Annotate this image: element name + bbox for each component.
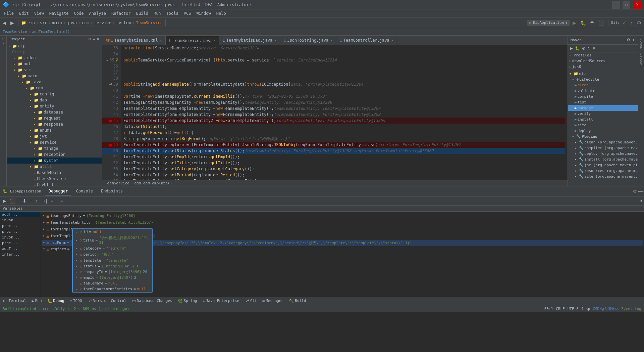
maven-side-tab[interactable]: Maven xyxy=(639,37,643,51)
spring-tool-item[interactable]: 🌿 Spring xyxy=(176,299,199,303)
maven-phase-site[interactable]: ▶ site xyxy=(568,122,638,128)
toolbar-forward-button[interactable]: ▶ xyxy=(9,18,15,27)
popup-id[interactable]: ▸ ○ id = null xyxy=(73,229,152,235)
frame-item-0[interactable]: addT... xyxy=(0,212,40,217)
maven-plugin-deploy[interactable]: ▸ 🔧 deploy (org.apache.mave... xyxy=(568,151,638,157)
popup-form-dept[interactable]: ▸ ○ formDepartmentEntities = null xyxy=(73,286,152,292)
maven-plugin-site[interactable]: ▸ 🔧 site (org.apache.maven... xyxy=(568,174,638,179)
var-expand-1[interactable]: ▸ xyxy=(43,220,45,224)
debug-button[interactable]: 🐛 xyxy=(579,18,587,27)
maven-plugin-compiler[interactable]: ▸ 🔧 compiler (org.apache.mav... xyxy=(568,145,638,151)
tab-close-controller[interactable]: ✕ xyxy=(391,39,393,42)
debug-tool-item[interactable]: 🐛 Debug xyxy=(46,299,66,303)
menu-build[interactable]: Build xyxy=(133,10,151,16)
menu-window[interactable]: Window xyxy=(194,10,213,16)
popup-company-id[interactable]: ▸ ○ companyId = {Integer@13496} 20 xyxy=(73,269,152,275)
tab-close-json[interactable]: ✕ xyxy=(330,39,332,42)
debug-step-out-button[interactable]: ↑ xyxy=(34,197,39,205)
menu-vcs[interactable]: VCS xyxy=(181,10,194,16)
toolbar-back-button[interactable]: ◀ xyxy=(1,18,8,27)
project-gear-button[interactable]: ⚙ xyxy=(88,37,92,41)
tree-item-service[interactable]: ▾ 📁 service xyxy=(7,139,102,145)
tab-team-mybatis-dao-xml[interactable]: XML TeamMybatisDao.xml ✕ xyxy=(102,36,166,45)
menu-analyze[interactable]: Analyze xyxy=(86,10,109,16)
popup-tablename[interactable]: ○ tableName = null xyxy=(73,280,152,286)
tree-item-entity[interactable]: ▾ 📁 entity xyxy=(7,103,102,109)
run-config-selector[interactable]: ▶ EipApplication ▾ xyxy=(527,20,570,26)
tree-item-csvutil[interactable]: ☕ CsvUtil xyxy=(7,182,102,186)
frame-item-3[interactable]: proc... xyxy=(0,229,40,234)
version-control-tool-item[interactable]: ⎇ Version Control xyxy=(86,299,127,303)
gutter-45-breakpoint[interactable]: ● 45 xyxy=(102,118,121,124)
tree-item-jwt[interactable]: ▸ 📁 jwt xyxy=(7,133,102,139)
maven-phase-clean[interactable]: ▶ clean xyxy=(568,82,638,88)
debug-tab-endpoints[interactable]: Endpoints xyxy=(98,187,126,195)
breadcrumb-method[interactable]: addTeamTemplate() xyxy=(32,30,70,34)
tab-team-controller-java[interactable]: C TeamController.java ✕ xyxy=(336,36,397,45)
maven-skip-tests-button[interactable]: ⊘ xyxy=(581,45,586,51)
tree-item-request[interactable]: ▸ 📁 request xyxy=(7,115,102,121)
debug-settings-button[interactable]: ⚙ xyxy=(633,189,637,194)
frame-item-5[interactable]: proc... xyxy=(0,240,40,246)
frame-item-4[interactable]: invok... xyxy=(0,234,40,240)
debug-stop-button[interactable]: ⬛ xyxy=(8,197,17,205)
title-bar-right[interactable]: ─ □ ✕ xyxy=(612,1,641,9)
maven-collapse-button[interactable]: ≡ xyxy=(592,45,596,51)
maven-phase-package[interactable]: ▶ package xyxy=(568,105,638,111)
db-changes-tool-item[interactable]: 🗃 Database Changes xyxy=(130,299,174,303)
popup-emp-id[interactable]: ▸ ○ empId = {Integer@13497} 2 xyxy=(73,275,152,280)
maven-add-button[interactable]: + xyxy=(632,37,635,43)
tree-item-idea[interactable]: ▸ 📁 .idea xyxy=(7,55,102,61)
tab-team-mybatis-dao-java[interactable]: I TeamMybatisDao.java ✕ xyxy=(219,36,280,45)
toolbar-project-icon[interactable]: 📁 xyxy=(21,20,26,25)
status-encoding[interactable]: CRLF xyxy=(556,307,565,311)
maven-lifecycle-section[interactable]: ▾ ⚙ Lifecycle xyxy=(568,77,638,82)
popup-category[interactable]: ▸ ○ category = "reqform" xyxy=(73,246,152,251)
maven-plugins-section[interactable]: ▾ 🔧 Plugins xyxy=(568,134,638,139)
menu-tools[interactable]: Tools xyxy=(164,10,181,16)
maven-phase-deploy[interactable]: ▶ deploy xyxy=(568,128,638,134)
gutter-49-breakpoint[interactable]: ● 49 xyxy=(102,142,121,148)
breadcrumb-class[interactable]: TeamService xyxy=(3,30,27,34)
gradle-side-tab[interactable]: Gradle xyxy=(639,52,643,68)
tab-close-xml[interactable]: ✕ xyxy=(160,39,162,42)
tree-item-database[interactable]: ▸ 📁 database xyxy=(7,109,102,115)
toolbar-java-label[interactable]: java xyxy=(67,20,77,25)
menu-navigate[interactable]: Navigate xyxy=(47,10,71,16)
menu-edit[interactable]: Edit xyxy=(16,10,32,16)
frame-item-1[interactable]: invok... xyxy=(0,217,40,223)
debug-tab-console[interactable]: Console xyxy=(73,187,97,195)
tree-item-system[interactable]: ▸ 📁 system xyxy=(7,158,102,164)
maven-phase-verify[interactable]: ▶ verify xyxy=(568,111,638,117)
run-button[interactable]: ▶ xyxy=(571,18,578,27)
maven-phase-compile[interactable]: ▶ compile xyxy=(568,94,638,99)
var-expand-0[interactable]: ▸ xyxy=(43,214,45,217)
todo-tool-item[interactable]: ☑ TODO xyxy=(68,299,84,303)
frame-item-2[interactable]: proc... xyxy=(0,223,40,229)
var-expand-2[interactable]: ▸ xyxy=(43,227,45,231)
toolbar-service-label[interactable]: service xyxy=(94,20,111,25)
tree-item-config[interactable]: ▸ 📁 config xyxy=(7,91,102,97)
var-expand-5[interactable]: ▾ xyxy=(43,247,45,251)
debug-step-over-button[interactable]: ⬇ xyxy=(21,197,28,205)
code-content-area[interactable]: private final ServiceDao service; servic… xyxy=(121,45,568,180)
project-close-button[interactable]: ✕ xyxy=(96,37,99,41)
maven-phase-install[interactable]: ▶ install xyxy=(568,117,638,122)
toolbar-project-label[interactable]: eip xyxy=(28,20,35,25)
minimize-button[interactable]: ─ xyxy=(612,1,620,9)
menu-code[interactable]: Code xyxy=(71,10,87,16)
maven-debug-run-button[interactable]: 🐛 xyxy=(574,45,581,51)
toolbar-system-label[interactable]: system xyxy=(116,20,131,25)
debug-step-into-button[interactable]: ↓ xyxy=(29,197,34,205)
build-tool-item[interactable]: 🔨 Build xyxy=(287,299,307,303)
run-tool-item[interactable]: ▶ Run xyxy=(30,299,43,303)
debug-resume-button[interactable]: ▶ xyxy=(1,197,8,205)
tree-item-manage[interactable]: ▸ 📁 manage xyxy=(7,145,102,151)
maven-plugin-resources[interactable]: ▸ 🔧 resources (org.apache.ma... xyxy=(568,168,638,174)
debug-run-to-cursor-button[interactable]: →| xyxy=(40,197,49,205)
var-expand-4[interactable]: ▸ xyxy=(43,240,45,244)
tab-close-dao[interactable]: ✕ xyxy=(274,39,276,42)
tree-item-response[interactable]: ▸ 📁 response xyxy=(7,121,102,127)
tree-item-checkservice[interactable]: ☕ CheckService xyxy=(7,176,102,182)
status-event-log[interactable]: Event Log xyxy=(621,307,641,311)
